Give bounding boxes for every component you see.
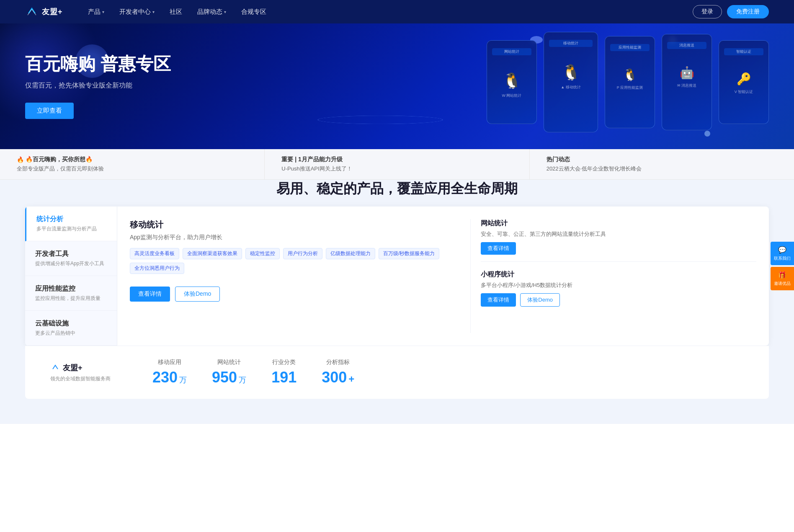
- register-button[interactable]: 免费注册: [727, 5, 769, 18]
- float-side: 💬 联系我们 🎁 邀请优品: [771, 242, 794, 290]
- stats-logo-desc: 领先的全域数据智能服务商: [50, 375, 111, 382]
- sub-actions-website: 查看详情: [481, 242, 756, 255]
- nav-item-brand[interactable]: 品牌动态 ▾: [197, 8, 226, 16]
- product-left: 移动统计 App监测与分析平台，助力用户增长 高灵活度业务看板 全面洞察渠道获客…: [130, 219, 471, 333]
- tag-4: 亿级数据处理能力: [326, 248, 375, 259]
- card-icon-website: 🐧: [492, 72, 531, 90]
- stats-logo-title: 友盟+: [50, 363, 111, 373]
- tag-2: 稳定性监控: [245, 248, 280, 259]
- nav-actions: 登录 免费注册: [693, 5, 769, 18]
- invite-icon: 🎁: [778, 271, 786, 280]
- fire-icon: 🔥: [17, 156, 24, 163]
- stat-item-0: 移动应用 230 万: [152, 359, 187, 386]
- nav-item-community[interactable]: 社区: [170, 8, 182, 16]
- card-icon-push: 🤖: [667, 66, 706, 80]
- notice-desc-2: 2022云栖大会·低年企业数智化增长峰会: [547, 165, 777, 173]
- sub-product-website: 网站统计 安全、可靠、公正、第三方的网站流量统计分析工具 查看详情: [481, 219, 756, 262]
- nav-links: 产品 ▾ 开发者中心 ▾ 社区 品牌动态 ▾ 合规专区: [88, 8, 693, 16]
- product-actions: 查看详情 体验Demo: [130, 287, 460, 302]
- logo-area[interactable]: 友盟+: [25, 5, 63, 18]
- products-layout: 统计分析 多平台流量监测与分析产品 开发者工具 提供增减分析等App开发小工具 …: [25, 207, 769, 346]
- card-icon-auth: 🔑: [724, 72, 763, 86]
- notice-bar: 🔥 🔥百元嗨购，买你所想🔥 全部专业版产品，仅需百元即刻体验 重要 | 1月产品…: [0, 149, 794, 180]
- products-section: 统计分析 多平台流量监测与分析产品 开发者工具 提供增减分析等App开发小工具 …: [0, 207, 794, 424]
- notice-desc-1: U-Push推送API网关上线了！: [281, 165, 512, 173]
- stat-item-3: 分析指标 300 +: [322, 359, 354, 386]
- sidebar-menu: 统计分析 多平台流量监测与分析产品 开发者工具 提供增减分析等App开发小工具 …: [25, 207, 117, 346]
- hero-cta-button[interactable]: 立即查看: [25, 103, 74, 119]
- tag-list: 高灵活度业务看板 全面洞察渠道获客效果 稳定性监控 用户行为分析 亿级数据处理能…: [130, 248, 460, 274]
- sidebar-item-title-apm: 应用性能监控: [35, 284, 107, 293]
- product-right: 网站统计 安全、可靠、公正、第三方的网站流量统计分析工具 查看详情 小程序统计 …: [481, 219, 756, 333]
- tag-6: 全方位洞悉用户行为: [130, 263, 184, 274]
- sidebar-item-desc-dev: 提供增减分析等App开发小工具: [35, 260, 107, 267]
- stat-label-2: 行业分类: [271, 359, 296, 366]
- sub-miniprogram-demo-button[interactable]: 体验Demo: [520, 293, 560, 307]
- notice-label-1: 重要 | 1月产品能力升级: [281, 156, 512, 163]
- hero-card-apm: 应用性能监测 🐧 P 应用性能监测: [605, 36, 655, 128]
- notice-item-0[interactable]: 🔥 🔥百元嗨购，买你所想🔥 全部专业版产品，仅需百元即刻体验: [0, 149, 265, 179]
- hero-card-auth: 智能认证 🔑 V 智能认证: [719, 40, 769, 124]
- notice-item-2[interactable]: 热门动态 2022云栖大会·低年企业数智化增长峰会: [530, 149, 794, 179]
- stats-bar: 友盟+ 领先的全域数据智能服务商 移动应用 230 万 网站统计 950 万 行…: [25, 346, 769, 399]
- sidebar-item-desc-stats: 多平台流量监测与分析产品: [36, 225, 107, 232]
- card-icon-mobile: 🐧: [549, 64, 593, 81]
- stat-label-1: 网站统计: [212, 359, 246, 366]
- main-product-detail-button[interactable]: 查看详情: [130, 287, 170, 302]
- navbar: 友盟+ 产品 ▾ 开发者中心 ▾ 社区 品牌动态 ▾ 合规专区 登录 免费注册: [0, 0, 794, 23]
- notice-item-1[interactable]: 重要 | 1月产品能力升级 U-Push推送API网关上线了！: [265, 149, 529, 179]
- stat-label-3: 分析指标: [322, 359, 354, 366]
- hero-cards: 网站统计 🐧 W 网站统计 移动统计 🐧 ▲ 移动统计 应用性能监测 🐧 P 应…: [487, 32, 769, 132]
- stat-value-3: 300 +: [322, 369, 354, 386]
- sub-miniprogram-detail-button[interactable]: 查看详情: [481, 293, 516, 307]
- nav-item-developer[interactable]: 开发者中心 ▾: [119, 8, 155, 16]
- sidebar-item-title-infra: 云基础设施: [35, 319, 107, 328]
- stat-value-2: 191: [271, 369, 296, 386]
- stat-label-0: 移动应用: [152, 359, 187, 366]
- hero-section: 百元嗨购 普惠专区 仅需百元，抢先体验专业版全新功能 立即查看 网站统计 🐧 W…: [0, 23, 794, 149]
- float-contact-button[interactable]: 💬 联系我们: [771, 242, 794, 265]
- sub-actions-miniprogram: 查看详情 体验Demo: [481, 293, 756, 307]
- hero-content: 百元嗨购 普惠专区 仅需百元，抢先体验专业版全新功能 立即查看: [25, 54, 171, 119]
- sidebar-item-desc-infra: 更多云产品热销中: [35, 330, 107, 337]
- sub-product-name-website: 网站统计: [481, 219, 756, 228]
- sidebar-item-title-dev: 开发者工具: [35, 250, 107, 258]
- stat-item-1: 网站统计 950 万: [212, 359, 246, 386]
- sidebar-item-title-stats: 统计分析: [36, 215, 107, 224]
- tag-1: 全面洞察渠道获客效果: [183, 248, 242, 259]
- hero-card-mobile: 移动统计 🐧 ▲ 移动统计: [544, 32, 598, 132]
- chevron-down-icon: ▾: [102, 10, 104, 14]
- stat-item-2: 行业分类 191: [271, 359, 296, 386]
- sub-product-desc-miniprogram: 多平台小程序/小游戏/H5数据统计分析: [481, 281, 756, 289]
- contact-icon: 💬: [778, 246, 786, 255]
- tag-5: 百万级/秒数据服务能力: [379, 248, 439, 259]
- sidebar-item-infra[interactable]: 云基础设施 更多云产品热销中: [25, 311, 117, 346]
- section-title-area: 易用、稳定的产品，覆盖应用全生命周期: [0, 180, 794, 207]
- orbit-decoration: [317, 116, 443, 124]
- tag-3: 用户行为分析: [283, 248, 322, 259]
- nav-item-products[interactable]: 产品 ▾: [88, 8, 104, 16]
- stat-value-0: 230 万: [152, 369, 187, 386]
- logo-text: 友盟+: [42, 7, 63, 17]
- main-product-name: 移动统计: [130, 219, 460, 230]
- sub-product-name-miniprogram: 小程序统计: [481, 270, 756, 279]
- main-product-desc: App监测与分析平台，助力用户增长: [130, 234, 460, 241]
- login-button[interactable]: 登录: [693, 5, 722, 18]
- stats-logo-icon: [50, 363, 60, 373]
- hero-card-push: 消息推送 🤖 ✉ 消息推送: [662, 34, 712, 130]
- float-invite-button[interactable]: 🎁 邀请优品: [771, 267, 794, 290]
- chevron-down-icon: ▾: [152, 10, 155, 14]
- sidebar-item-dev[interactable]: 开发者工具 提供增减分析等App开发小工具: [25, 241, 117, 276]
- notice-label-2: 热门动态: [547, 156, 777, 163]
- notice-label-0: 🔥 🔥百元嗨购，买你所想🔥: [17, 156, 247, 163]
- logo-icon: [25, 5, 39, 18]
- sidebar-item-apm[interactable]: 应用性能监控 监控应用性能，提升应用质量: [25, 276, 117, 311]
- nav-item-compliance[interactable]: 合规专区: [241, 8, 266, 16]
- hero-title: 百元嗨购 普惠专区: [25, 54, 171, 75]
- main-product-demo-button[interactable]: 体验Demo: [175, 287, 220, 302]
- chevron-down-icon: ▾: [224, 10, 226, 14]
- sub-website-detail-button[interactable]: 查看详情: [481, 242, 516, 255]
- sub-product-miniprogram: 小程序统计 多平台小程序/小游戏/H5数据统计分析 查看详情 体验Demo: [481, 270, 756, 307]
- hero-card-website: 网站统计 🐧 W 网站统计: [487, 40, 537, 124]
- sidebar-item-stats[interactable]: 统计分析 多平台流量监测与分析产品: [25, 207, 117, 241]
